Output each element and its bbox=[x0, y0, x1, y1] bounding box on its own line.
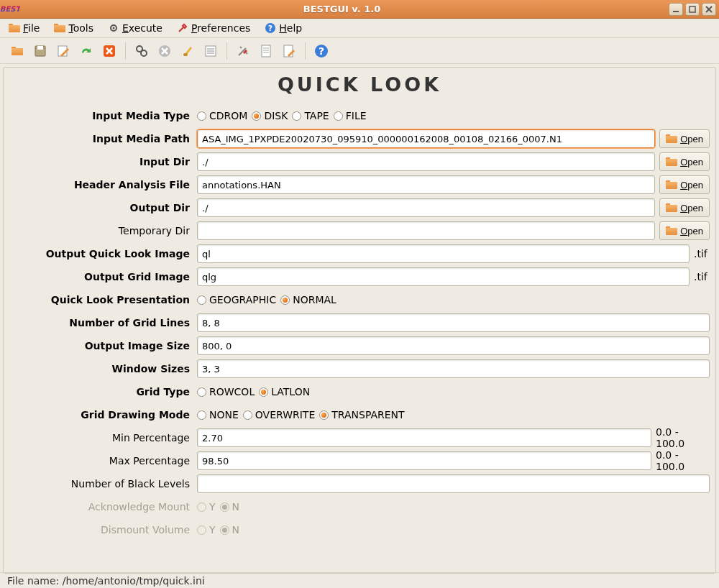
toolbar-settings-icon[interactable] bbox=[233, 41, 253, 61]
radio-ack-y: Y bbox=[197, 501, 216, 513]
toolbar-list-icon[interactable] bbox=[201, 41, 221, 61]
toolbar-clear-icon[interactable] bbox=[178, 41, 198, 61]
file-icon bbox=[9, 22, 20, 34]
content-panel: QUICK LOOK Input Media Type CDROM DISK T… bbox=[3, 67, 716, 574]
titlebar: BEST BESTGUI v. 1.0 bbox=[0, 0, 719, 19]
radio-cdrom[interactable]: CDROM bbox=[197, 110, 247, 121]
label-grid-type: Grid Type bbox=[9, 386, 193, 398]
radio-ack-n: N bbox=[220, 501, 239, 513]
maximize-button[interactable] bbox=[685, 3, 700, 16]
window-sizes[interactable] bbox=[197, 359, 710, 378]
radio-none[interactable]: NONE bbox=[197, 409, 239, 421]
label-max-pct: Max Percentage bbox=[9, 455, 193, 467]
grid-image[interactable] bbox=[197, 267, 690, 286]
num-grid-lines[interactable] bbox=[197, 313, 710, 332]
radio-overwrite[interactable]: OVERWRITE bbox=[243, 409, 315, 421]
open-media-path-button[interactable]: Open bbox=[659, 129, 710, 148]
toolbar-gears-icon[interactable] bbox=[132, 41, 152, 61]
radio-rowcol[interactable]: ROWCOL bbox=[197, 386, 255, 398]
suffix-tif: .tif bbox=[694, 271, 710, 282]
app-logo: BEST bbox=[3, 2, 17, 17]
temporary-dir[interactable] bbox=[197, 221, 655, 240]
radio-disk[interactable]: DISK bbox=[252, 110, 288, 121]
help-icon: ? bbox=[265, 22, 276, 34]
radio-tape[interactable]: TAPE bbox=[292, 110, 329, 121]
status-text: File name: /home/antonio/tmp/quick.ini bbox=[7, 575, 205, 587]
menu-file[interactable]: File bbox=[6, 21, 42, 35]
num-black-levels[interactable] bbox=[197, 474, 710, 493]
toolbar-edit-icon[interactable] bbox=[53, 41, 73, 61]
label-min-pct: Min Percentage bbox=[9, 432, 193, 444]
min-percentage[interactable] bbox=[197, 428, 651, 447]
radio-file[interactable]: FILE bbox=[334, 110, 367, 121]
max-percentage[interactable] bbox=[197, 451, 651, 470]
statusbar: File name: /home/antonio/tmp/quick.ini bbox=[0, 572, 719, 588]
hint-pct-range: 0.0 - 100.0 bbox=[656, 449, 710, 472]
label-window-sizes: Window Sizes bbox=[9, 363, 193, 375]
toolbar-help-icon[interactable]: ? bbox=[311, 41, 331, 61]
toolbar-save-icon[interactable] bbox=[30, 41, 50, 61]
output-dir[interactable] bbox=[197, 198, 655, 217]
menu-preferences[interactable]: Preferences bbox=[174, 21, 253, 35]
svg-point-5 bbox=[112, 27, 114, 29]
radio-geographic[interactable]: GEOGRAPHIC bbox=[197, 294, 276, 306]
radio-dis-y: Y bbox=[197, 524, 216, 536]
label-ql-image: Output Quick Look Image bbox=[9, 248, 193, 259]
toolbar-redo-icon[interactable] bbox=[76, 41, 96, 61]
label-input-dir: Input Dir bbox=[9, 156, 193, 167]
menu-execute[interactable]: Execute bbox=[105, 21, 165, 35]
label-grid-image: Output Grid Image bbox=[9, 271, 193, 282]
radio-normal[interactable]: NORMAL bbox=[280, 294, 336, 306]
label-ack-mount: Acknowledge Mount bbox=[9, 501, 193, 513]
svg-rect-1 bbox=[690, 6, 695, 12]
input-dir[interactable] bbox=[197, 152, 655, 171]
open-temp-dir-button[interactable]: Open bbox=[659, 221, 710, 240]
gear-icon bbox=[108, 22, 119, 34]
toolbar-doc-edit-icon[interactable] bbox=[279, 41, 299, 61]
close-button[interactable] bbox=[702, 3, 716, 16]
label-header-file: Header Analysis File bbox=[9, 179, 193, 190]
suffix-tif: .tif bbox=[694, 248, 710, 259]
menu-tools[interactable]: Tools bbox=[51, 21, 96, 35]
folder-icon bbox=[666, 180, 677, 189]
label-grid-draw: Grid Drawing Mode bbox=[9, 409, 193, 421]
label-black-levels: Number of Black Levels bbox=[9, 478, 193, 490]
tools-icon bbox=[54, 22, 65, 34]
label-dismount: Dismount Volume bbox=[9, 524, 193, 536]
radio-latlon[interactable]: LATLON bbox=[259, 386, 310, 398]
menu-help[interactable]: ? Help bbox=[262, 21, 305, 35]
window-title: BESTGUI v. 1.0 bbox=[17, 4, 667, 14]
page-title: QUICK LOOK bbox=[6, 73, 713, 96]
label-temp-dir: Temporary Dir bbox=[9, 225, 193, 236]
menubar: File Tools Execute Preferences ? Help bbox=[0, 19, 719, 38]
header-file[interactable] bbox=[197, 175, 655, 194]
toolbar-stop-icon[interactable] bbox=[99, 41, 119, 61]
toolbar-separator bbox=[226, 42, 227, 60]
hint-pct-range: 0.0 - 100.0 bbox=[656, 426, 710, 449]
open-output-dir-button[interactable]: Open bbox=[659, 198, 710, 217]
toolbar: ? bbox=[0, 38, 719, 64]
toolbar-open-icon[interactable] bbox=[7, 41, 27, 61]
folder-icon bbox=[666, 134, 677, 143]
radio-transparent[interactable]: TRANSPARENT bbox=[319, 409, 404, 421]
open-header-file-button[interactable]: Open bbox=[659, 175, 710, 194]
ql-image[interactable] bbox=[197, 244, 690, 263]
label-grid-lines: Number of Grid Lines bbox=[9, 317, 193, 329]
svg-rect-20 bbox=[262, 45, 270, 57]
svg-text:?: ? bbox=[268, 24, 273, 33]
open-input-dir-button[interactable]: Open bbox=[659, 152, 710, 171]
label-input-media-type: Input Media Type bbox=[9, 110, 193, 121]
folder-icon bbox=[666, 226, 677, 235]
output-image-size[interactable] bbox=[197, 336, 710, 355]
minimize-button[interactable] bbox=[669, 3, 683, 16]
label-presentation: Quick Look Presentation bbox=[9, 294, 193, 306]
svg-text:?: ? bbox=[319, 45, 324, 57]
form: Input Media Type CDROM DISK TAPE FILE In… bbox=[6, 104, 713, 541]
toolbar-doc-icon[interactable] bbox=[256, 41, 276, 61]
input-media-path[interactable] bbox=[197, 129, 655, 148]
toolbar-cancel-icon[interactable] bbox=[155, 41, 175, 61]
radios-media-type: CDROM DISK TAPE FILE bbox=[197, 110, 710, 121]
svg-point-15 bbox=[183, 53, 188, 56]
folder-icon bbox=[666, 157, 677, 166]
svg-point-13 bbox=[141, 50, 147, 56]
